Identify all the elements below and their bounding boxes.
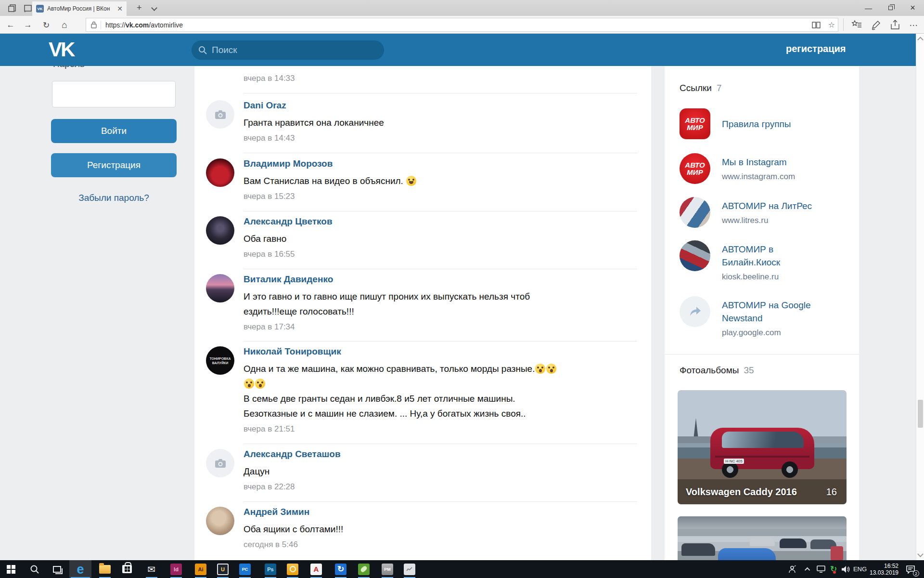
home-icon[interactable]: ⌂ bbox=[59, 19, 70, 31]
comment-author-link[interactable]: Александр Цветков bbox=[244, 216, 643, 227]
taskbar-search-icon[interactable] bbox=[24, 560, 46, 578]
share-icon[interactable] bbox=[889, 19, 901, 31]
comment-text: Оба гавно bbox=[244, 231, 643, 246]
avatar-sunset-photo[interactable] bbox=[206, 274, 234, 302]
tab-close-icon[interactable]: ✕ bbox=[117, 5, 123, 13]
photo-album-card[interactable] bbox=[678, 516, 847, 560]
emoji-laugh-icon bbox=[406, 176, 416, 186]
search-input[interactable] bbox=[212, 45, 366, 55]
new-tab-button[interactable]: + bbox=[137, 3, 142, 13]
hub-icon[interactable] bbox=[851, 19, 862, 31]
browser-scrollbar[interactable] bbox=[916, 34, 924, 560]
links-section-header[interactable]: Ссылки7 bbox=[680, 83, 721, 93]
header-register-link[interactable]: регистрация bbox=[786, 43, 846, 54]
taskbar-monitor-app-icon[interactable] bbox=[398, 560, 421, 578]
comment-timestamp[interactable]: вчера в 15:23 bbox=[244, 192, 643, 201]
tab-preview-icon[interactable] bbox=[23, 3, 33, 13]
photo-album-card[interactable]: H·NC 405 Volkswagen Caddy 2016 16 bbox=[678, 390, 847, 504]
taskbar-illustrator-icon[interactable]: Ai bbox=[190, 560, 212, 578]
more-icon[interactable]: ⋯ bbox=[908, 19, 919, 31]
comment-timestamp[interactable]: вчера в 17:34 bbox=[244, 322, 643, 332]
separator bbox=[244, 153, 637, 153]
tray-language-label[interactable]: ENG bbox=[852, 560, 868, 578]
forward-icon[interactable]: → bbox=[22, 19, 34, 31]
scroll-up-arrow-icon[interactable] bbox=[917, 37, 924, 43]
taskbar-sync-app-icon[interactable]: ↻ bbox=[330, 560, 352, 578]
sidebar-link-litres[interactable]: АВТОМИР на ЛитРесwww.litres.ru bbox=[680, 197, 848, 228]
comment-timestamp[interactable]: вчера в 14:33 bbox=[244, 74, 295, 83]
window-minimize-button[interactable]: — bbox=[858, 0, 879, 15]
avatar-red-car-photo[interactable] bbox=[206, 158, 234, 187]
tray-clock[interactable]: 16:5213.03.2019 bbox=[869, 560, 899, 578]
tray-network-icon[interactable] bbox=[814, 560, 828, 578]
comment-timestamp[interactable]: сегодня в 5:46 bbox=[244, 540, 643, 550]
taskbar-pc-app-icon[interactable]: PC bbox=[234, 560, 256, 578]
avatar-camera-placeholder-icon[interactable] bbox=[206, 100, 234, 129]
comment-author-link[interactable]: Виталик Давиденко bbox=[244, 274, 643, 285]
album-title: Volkswagen Caddy 2016 bbox=[686, 486, 797, 498]
tab-list-chevron-icon[interactable] bbox=[151, 5, 157, 11]
scrollbar-thumb[interactable] bbox=[918, 400, 923, 428]
register-button[interactable]: Регистрация bbox=[51, 153, 177, 177]
comments-column: вчера в 14:33 Dani Oraz Гранта нравится … bbox=[194, 66, 651, 560]
separator bbox=[244, 501, 637, 502]
password-field[interactable] bbox=[52, 81, 176, 107]
albums-section-header[interactable]: Фотоальбомы35 bbox=[680, 365, 754, 376]
taskbar-edge-icon[interactable]: e bbox=[69, 560, 91, 578]
tray-time: 16:52 bbox=[870, 563, 898, 569]
taskbar-green-app-icon[interactable] bbox=[353, 560, 375, 578]
comment-author-link[interactable]: Николай Тонировщик bbox=[244, 346, 643, 357]
separator bbox=[244, 211, 637, 211]
forgot-password-link[interactable]: Забыли пароль? bbox=[51, 193, 177, 203]
comment-timestamp[interactable]: вчера в 16:55 bbox=[244, 250, 643, 259]
sidebar-link-rules[interactable]: АВТО МИР Правила группы bbox=[680, 108, 848, 139]
login-button[interactable]: Войти bbox=[51, 119, 177, 143]
tray-volume-icon[interactable] bbox=[838, 560, 853, 578]
link-url: kiosk.beeline.ru bbox=[722, 271, 780, 283]
set-tabs-aside-icon[interactable] bbox=[8, 3, 17, 13]
comment-timestamp[interactable]: вчера в 14:43 bbox=[244, 133, 643, 143]
vk-favicon: VK bbox=[36, 5, 44, 13]
taskbar-mail-icon[interactable]: ✉ bbox=[141, 560, 163, 578]
comment-author-link[interactable]: Dani Oraz bbox=[244, 100, 643, 111]
address-bar[interactable]: https://vk.com/avtomirlive ☆ bbox=[86, 18, 838, 32]
taskbar-acrobat-icon[interactable]: A bbox=[305, 560, 327, 578]
sidebar-link-beeline[interactable]: АВТОМИР в Билайн.Киоскkiosk.beeline.ru bbox=[680, 240, 848, 287]
link-url: www.litres.ru bbox=[722, 214, 812, 226]
back-icon[interactable]: ← bbox=[5, 19, 16, 31]
avatar-dark-portrait-photo[interactable] bbox=[206, 216, 234, 245]
taskbar-photoshop-icon[interactable]: Ps bbox=[259, 560, 282, 578]
comment-author-link[interactable]: Владимир Морозов bbox=[244, 158, 643, 169]
tray-chevron-up-icon[interactable] bbox=[801, 560, 815, 578]
avatar-camera-placeholder-icon[interactable] bbox=[206, 449, 234, 477]
window-restore-button[interactable] bbox=[880, 0, 901, 15]
taskbar-scanner-app-icon[interactable]: U bbox=[212, 560, 234, 578]
reading-view-icon[interactable] bbox=[812, 21, 821, 29]
window-close-button[interactable]: × bbox=[902, 0, 924, 15]
refresh-icon[interactable]: ↻ bbox=[40, 19, 52, 31]
annotate-pen-icon[interactable] bbox=[870, 19, 882, 31]
comment-timestamp[interactable]: вчера в 22:28 bbox=[244, 482, 643, 492]
taskbar-pagemaker-icon[interactable]: PM bbox=[376, 560, 398, 578]
sidebar-link-instagram[interactable]: АВТО МИР Мы в Instagramwww.instagram.com bbox=[680, 153, 848, 184]
avatar-marble-photo[interactable] bbox=[206, 507, 234, 535]
album-cover-parking-lot bbox=[678, 516, 847, 560]
taskbar-indesign-icon[interactable]: Id bbox=[165, 560, 187, 578]
start-button[interactable] bbox=[0, 560, 22, 578]
comment-timestamp[interactable]: вчера в 21:51 bbox=[244, 424, 643, 434]
tray-people-icon[interactable] bbox=[784, 560, 800, 578]
comment-author-link[interactable]: Александр Светашов bbox=[244, 449, 643, 460]
search-box[interactable] bbox=[192, 40, 384, 60]
sidebar-link-google-newstand[interactable]: АВТОМИР на Google Newstandplay.google.co… bbox=[680, 296, 848, 342]
comment-author-link[interactable]: Андрей Зимин bbox=[244, 507, 643, 517]
avatar-tinting-logo[interactable]: ТОНИРОВКА ВАЛУЙКИ bbox=[206, 346, 234, 375]
action-center-icon[interactable]: 2 bbox=[901, 560, 920, 578]
taskbar-planner-app-icon[interactable] bbox=[282, 560, 304, 578]
taskbar-file-explorer-icon[interactable] bbox=[94, 560, 116, 578]
vk-logo[interactable]: VK bbox=[49, 38, 74, 61]
browser-tab[interactable]: VK АвтоМир Россия | ВКон ✕ bbox=[32, 1, 127, 16]
task-view-icon[interactable] bbox=[46, 560, 68, 578]
taskbar-store-icon[interactable] bbox=[116, 560, 138, 578]
favorite-star-icon[interactable]: ☆ bbox=[828, 20, 835, 29]
scroll-down-arrow-icon[interactable] bbox=[917, 551, 924, 557]
